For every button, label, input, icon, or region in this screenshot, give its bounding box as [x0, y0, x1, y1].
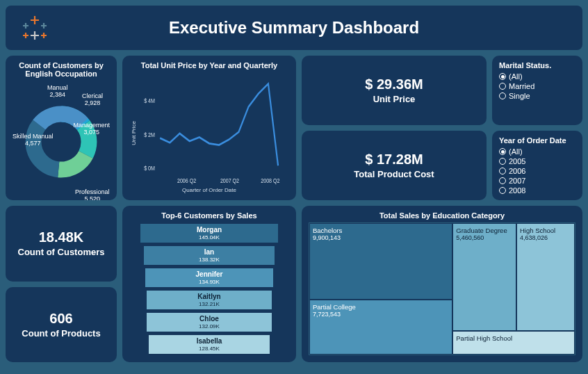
kpi-count-customers: 18.48K Count of Customers [6, 206, 117, 282]
x-axis-label: Quarter of Order Date [129, 187, 289, 193]
treemap-cell-partial-hs: Partial High School [452, 331, 575, 355]
donut-label-professional: Professional5,520 [75, 189, 110, 200]
kpi-label: Total Product Cost [354, 169, 434, 179]
panel-title: Total Sales by Education Category [309, 211, 575, 220]
panel-title: Top-6 Customers by Sales [129, 211, 289, 220]
treemap-cell-bachelors: Bachelors9,900,143 [309, 223, 452, 300]
funnel-bar: Ian138.32K [144, 246, 275, 265]
kpi-unit-price: $ 29.36M Unit Price [302, 56, 487, 125]
radio-married[interactable]: Married [499, 82, 575, 90]
funnel-bar: Chloe132.09K [147, 313, 271, 332]
filter-title: Marital Status. [499, 61, 575, 70]
page-title: Executive Summary Dashboard [169, 18, 419, 38]
panel-title: Total Unit Price by Year and Quarterly [129, 61, 289, 70]
ytick: $ 2M [144, 132, 155, 139]
filter-year: Year of Order Date (All) 2005 2006 2007 … [492, 131, 582, 200]
donut-label-manual: Manual2,384 [47, 85, 68, 99]
kpi-value: 606 [49, 311, 72, 327]
kpi-value: 18.48K [39, 229, 84, 245]
xtick: 2007 Q2 [220, 178, 240, 185]
panel-title: Count of Customers by English Occupation [13, 61, 110, 78]
xtick: 2008 Q2 [261, 178, 280, 185]
radio-year-all[interactable]: (All) [499, 147, 575, 156]
treemap-cell-graduate: Graduate Degree5,460,560 [452, 223, 516, 331]
donut-panel: Count of Customers by English Occupation… [6, 56, 117, 200]
radio-year-2006[interactable]: 2006 [499, 167, 575, 175]
donut-label-management: Management3,075 [73, 122, 110, 136]
donut-label-clerical: Clerical2,928 [82, 93, 103, 107]
funnel-bar: Morgan145.04K [140, 224, 278, 243]
kpi-label: Unit Price [373, 94, 416, 104]
donut-chart: Manual2,384 Clerical2,928 Management3,07… [13, 81, 110, 200]
kpi-value: $ 17.28M [365, 152, 423, 168]
kpi-total-product-cost: $ 17.28M Total Product Cost [302, 131, 487, 200]
funnel-bar: Isabella128.45K [149, 335, 270, 354]
line-series [160, 84, 278, 166]
funnel-bar: Kaitlyn132.21K [147, 291, 271, 309]
funnel-panel: Top-6 Customers by Sales Morgan145.04K I… [122, 206, 296, 362]
radio-all[interactable]: (All) [499, 72, 575, 81]
kpi-count-products: 606 Count of Products [6, 287, 117, 363]
radio-year-2008[interactable]: 2008 [499, 186, 575, 195]
header: Executive Summary Dashboard [6, 6, 582, 50]
funnel-chart: Morgan145.04K Ian138.32K Jennifer134.93K… [129, 222, 289, 355]
donut-label-skilled: Skilled Manual4,577 [13, 133, 54, 147]
line-chart: Unit Price $ 4M $ 2M $ 0M 2006 Q2 2007 Q… [129, 72, 289, 195]
radio-single[interactable]: Single [499, 92, 575, 100]
treemap-cell-highschool: High School4,638,026 [516, 223, 575, 331]
ytick: $ 0M [144, 165, 155, 172]
treemap-panel: Total Sales by Education Category Bachel… [302, 206, 582, 362]
filter-title: Year of Order Date [499, 136, 575, 145]
treemap-cell-partial-college: Partial College7,723,543 [309, 300, 452, 355]
xtick: 2006 Q2 [177, 178, 197, 185]
funnel-bar: Jennifer134.93K [145, 268, 273, 287]
kpi-label: Count of Customers [18, 247, 105, 257]
filter-marital: Marital Status. (All) Married Single [492, 56, 582, 125]
radio-year-2007[interactable]: 2007 [499, 177, 575, 185]
ytick: $ 4M [144, 97, 155, 104]
radio-year-2005[interactable]: 2005 [499, 157, 575, 165]
y-axis-label: Unit Price [131, 121, 137, 145]
line-panel: Total Unit Price by Year and Quarterly U… [122, 56, 296, 200]
treemap-chart: Bachelors9,900,143 Partial College7,723,… [309, 222, 575, 355]
tableau-logo-icon [14, 7, 56, 49]
kpi-label: Count of Products [22, 328, 100, 339]
kpi-value: $ 29.36M [365, 76, 423, 92]
